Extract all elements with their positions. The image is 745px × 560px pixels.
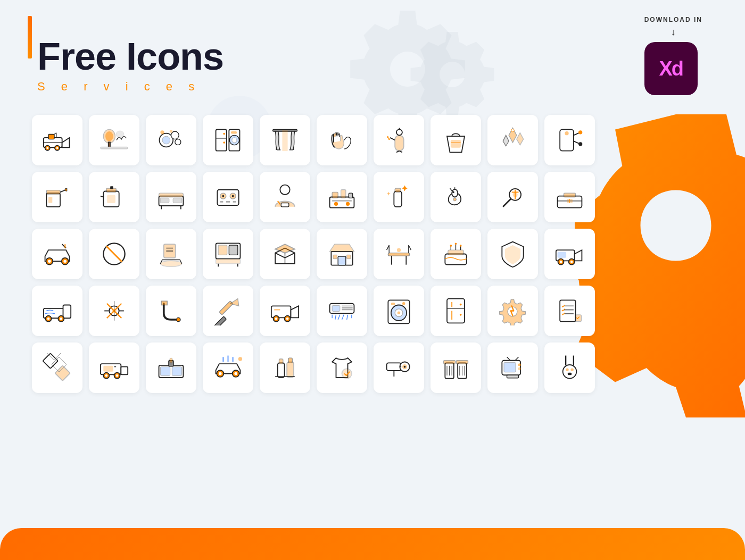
icon-card-delivery-hand[interactable] [146,229,196,279]
icon-card-cake[interactable] [431,229,481,279]
icon-card-retro-tv[interactable] [487,342,538,393]
svg-point-116 [397,248,401,252]
icon-card-car-wash[interactable] [203,342,253,393]
svg-line-33 [390,138,395,140]
svg-point-15 [162,136,170,144]
icon-card-oil-can-2[interactable] [89,172,139,222]
svg-point-122 [450,245,452,247]
icon-card-phone-tools[interactable] [544,115,595,165]
svg-rect-76 [349,193,352,198]
svg-marker-40 [503,135,509,146]
icon-card-tow-truck[interactable] [32,115,82,165]
icon-card-no-sign[interactable] [89,229,139,279]
icon-card-curtains[interactable] [260,115,310,165]
svg-point-83 [452,191,454,194]
xd-logo-text: Xd [659,57,683,80]
svg-rect-73 [330,197,354,208]
svg-rect-146 [214,316,226,325]
icon-card-sparkles-bottle[interactable] [374,172,424,222]
icon-card-food-truck[interactable] [89,342,139,393]
icon-card-shopping-bag[interactable] [431,115,481,165]
icon-card-electric-outlet[interactable] [544,342,595,393]
svg-point-232 [566,368,569,371]
svg-rect-132 [63,305,71,319]
icon-card-trash-bins[interactable] [431,342,481,393]
icon-card-oil-can[interactable] [32,172,82,222]
icon-card-bedroom-furniture[interactable] [203,229,253,279]
svg-rect-75 [341,190,346,198]
svg-point-70 [232,195,234,197]
icon-card-hand-tool[interactable] [487,172,538,222]
svg-line-35 [399,151,402,153]
svg-point-86 [513,192,518,197]
icon-card-bed-furniture[interactable] [146,172,196,222]
svg-point-129 [570,261,573,263]
icon-card-moving-truck[interactable] [260,286,310,336]
svg-point-12 [116,131,124,138]
svg-point-209 [404,366,406,368]
icon-card-person-service[interactable] [260,172,310,222]
icon-card-cleaning-supplies[interactable] [260,342,310,393]
svg-point-168 [402,302,405,305]
svg-point-17 [175,139,181,145]
svg-rect-169 [447,299,465,323]
icon-card-dog-service[interactable] [431,172,481,222]
svg-rect-88 [564,193,576,197]
icon-card-electric-gear[interactable] [487,286,538,336]
icon-card-tiles-flooring[interactable] [32,342,82,393]
svg-point-231 [563,365,577,379]
svg-point-224 [518,363,522,366]
svg-point-23 [223,141,225,144]
icon-card-fire-extinguisher[interactable] [374,115,424,165]
icon-card-air-conditioner[interactable] [317,286,367,336]
svg-point-143 [112,308,117,313]
icon-card-dining-table[interactable] [374,229,424,279]
icon-card-car-repair[interactable] [32,229,82,279]
icon-card-crystals[interactable] [487,115,538,165]
svg-rect-27 [231,131,237,134]
svg-point-69 [222,195,225,197]
svg-point-5 [56,147,59,149]
svg-rect-153 [332,305,340,311]
svg-point-26 [232,138,237,143]
header: Free Icons S e r v i c e s [0,0,745,104]
icon-card-shield[interactable] [487,229,538,279]
icon-card-refrigerator[interactable] [431,286,481,336]
icon-card-audio-mixer[interactable] [203,172,253,222]
svg-line-160 [342,315,344,320]
svg-point-31 [396,129,402,135]
icon-card-toolbox[interactable] [544,172,595,222]
icon-card-open-box[interactable] [260,229,310,279]
svg-rect-13 [101,147,128,149]
icon-card-paint-tools[interactable] [203,286,253,336]
icon-card-checklist[interactable] [544,286,595,336]
icon-card-kitchen-sink[interactable] [146,342,196,393]
icon-card-pest-control[interactable] [89,286,139,336]
svg-point-79 [346,202,350,206]
icon-card-water-truck[interactable] [32,286,82,336]
svg-rect-104 [229,245,238,255]
icon-card-mobile-truck[interactable] [544,229,595,279]
xd-download-button[interactable]: Xd [644,42,698,95]
svg-point-71 [280,185,289,195]
icon-card-refrigerator-washing-machine[interactable] [203,115,253,165]
svg-point-136 [60,317,63,320]
svg-point-10 [105,131,113,141]
icon-card-shirt-cleaning[interactable] [317,342,367,393]
icon-card-plumbing-pipe[interactable] [146,286,196,336]
icon-card-bubbles-washing[interactable] [146,115,196,165]
svg-rect-29 [283,130,287,151]
download-area[interactable]: DOWNLOAD IN ↓ Xd [644,16,702,95]
icon-card-tree-landscape[interactable] [89,115,139,165]
icon-card-store-building[interactable] [317,229,367,279]
bottom-wave [0,528,745,560]
svg-line-228 [515,357,518,360]
svg-point-187 [105,374,108,377]
icon-card-washing-machine[interactable] [374,286,424,336]
icon-card-security-camera[interactable] [374,342,424,393]
svg-rect-6 [48,135,54,139]
svg-rect-175 [560,300,575,321]
page-title: Free Icons [37,37,713,76]
icon-card-factory-machine[interactable] [317,172,367,222]
icon-card-hands-gloves[interactable] [317,115,367,165]
